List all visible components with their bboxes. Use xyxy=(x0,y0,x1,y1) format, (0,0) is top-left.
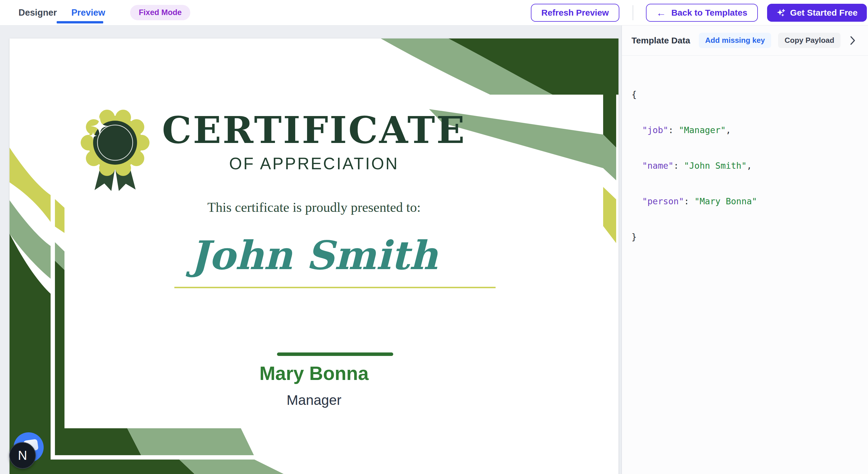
json-value: "Manager" xyxy=(679,125,726,135)
template-json-editor[interactable]: { "job": "Manager", "name": "John Smith"… xyxy=(622,56,868,276)
json-value: "John Smith" xyxy=(684,160,747,171)
json-comma: , xyxy=(726,125,731,135)
json-colon: : xyxy=(674,160,684,171)
template-data-panel: Template Data Add missing key Copy Paylo… xyxy=(621,26,868,474)
panel-header: Template Data Add missing key Copy Paylo… xyxy=(622,26,868,56)
fixed-mode-badge: Fixed Mode xyxy=(130,5,190,20)
copy-payload-button[interactable]: Copy Payload xyxy=(778,33,840,48)
certificate-preview: CERTIFICATE OF APPRECIATION This certifi… xyxy=(9,38,618,474)
json-value: "Mary Bonna" xyxy=(694,196,757,206)
json-entry-name: "name": "John Smith", xyxy=(631,160,859,172)
certificate-signatory-name: Mary Bonna xyxy=(9,364,618,383)
json-entry-job: "job": "Manager", xyxy=(631,124,859,136)
collapse-panel-button[interactable] xyxy=(849,35,856,46)
certificate-recipient-name: John Smith xyxy=(9,232,618,279)
app-window: Designer Preview Fixed Mode Refresh Prev… xyxy=(0,0,868,474)
json-key: "name" xyxy=(642,160,674,171)
json-key: "job" xyxy=(642,125,668,135)
tab-designer[interactable]: Designer xyxy=(15,7,60,18)
back-to-templates-button[interactable]: ← Back to Templates xyxy=(646,4,758,22)
json-open-brace: { xyxy=(631,89,859,100)
certificate-title: CERTIFICATE xyxy=(9,111,618,148)
json-entry-person: "person": "Mary Bonna" xyxy=(631,195,859,207)
json-close-brace: } xyxy=(631,231,859,243)
certificate-subtitle: OF APPRECIATION xyxy=(9,155,618,172)
sparkle-icon xyxy=(776,8,785,18)
certificate-signatory-role: Manager xyxy=(9,393,618,407)
back-button-label: Back to Templates xyxy=(671,8,747,18)
json-key: "person" xyxy=(642,196,684,206)
refresh-preview-button[interactable]: Refresh Preview xyxy=(531,4,619,22)
recipient-underline xyxy=(174,287,496,288)
signature-rule xyxy=(277,352,393,356)
get-started-label: Get Started Free xyxy=(790,8,858,18)
tab-preview[interactable]: Preview xyxy=(68,7,109,18)
json-colon: : xyxy=(668,125,679,135)
json-comma: , xyxy=(747,160,752,171)
chevron-right-icon xyxy=(849,35,856,46)
get-started-button[interactable]: Get Started Free xyxy=(767,4,867,22)
add-missing-key-button[interactable]: Add missing key xyxy=(699,33,771,48)
top-toolbar: Designer Preview Fixed Mode Refresh Prev… xyxy=(0,0,868,26)
panel-title: Template Data xyxy=(631,36,690,46)
json-colon: : xyxy=(684,196,694,206)
certificate-presented-line: This certificate is proudly presented to… xyxy=(9,200,618,215)
back-arrow-icon: ← xyxy=(656,8,666,18)
nextjs-logo-icon: N xyxy=(18,448,27,463)
active-tab-indicator xyxy=(57,21,103,24)
toolbar-actions: Refresh Preview ← Back to Templates Get … xyxy=(531,4,867,22)
toolbar-divider xyxy=(633,5,633,20)
nextjs-devtools-button[interactable]: N xyxy=(9,442,36,469)
